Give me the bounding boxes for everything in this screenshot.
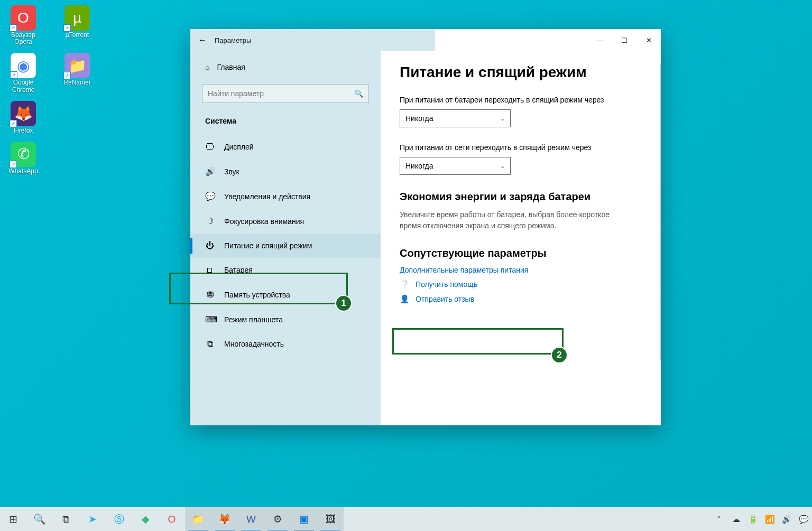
minimize-button[interactable]: ― xyxy=(588,29,612,51)
close-button[interactable]: ✕ xyxy=(636,29,661,51)
tray-battery-icon[interactable]: 🔋 xyxy=(744,507,761,531)
scrollbar[interactable] xyxy=(660,64,661,360)
back-button[interactable]: ← xyxy=(190,35,215,45)
desktop-icon-utorrent[interactable]: µ↗ µTorrent xyxy=(58,5,96,45)
taskbar-explorer[interactable]: 📁 xyxy=(185,507,211,531)
taskbar-app1[interactable]: ▣ xyxy=(291,507,317,531)
taskbar: ⊞ 🔍 ⧉ ➤ Ⓢ ◆ O 📁 🦊 W ⚙ ▣ 🖼 ˄ ☁ 🔋 📶 🔊 💬 xyxy=(0,507,812,531)
settings-window: ← Параметры ― ☐ ✕ ⌂ Главная 🔍 Система 🖵Д… xyxy=(190,29,661,425)
taskbar-telegram[interactable]: ➤ xyxy=(79,507,106,531)
help-icon: ❔ xyxy=(400,280,409,289)
nav-home[interactable]: ⌂ Главная xyxy=(190,58,381,77)
taskbar-wondershare[interactable]: ◆ xyxy=(132,507,159,531)
nav-battery[interactable]: 🗆Батарея xyxy=(190,258,381,282)
start-button[interactable]: ⊞ xyxy=(0,507,26,531)
battery-sleep-label: При питании от батареи переходить в спящ… xyxy=(400,96,642,104)
taskbar-skype[interactable]: Ⓢ xyxy=(106,507,132,531)
task-view[interactable]: ⧉ xyxy=(53,507,79,531)
tray-volume-icon[interactable]: 🔊 xyxy=(778,507,795,531)
content-pane: Питание и спящий режим При питании от ба… xyxy=(381,51,661,425)
desktop-icon-opera[interactable]: O↗ Браузер Opera xyxy=(4,5,42,45)
nav-multitask[interactable]: ⧉Многозадачность xyxy=(190,332,381,356)
multitask-icon: ⧉ xyxy=(205,339,215,349)
maximize-button[interactable]: ☐ xyxy=(612,29,636,51)
feedback-icon: 👤 xyxy=(400,294,409,304)
taskbar-opera[interactable]: O xyxy=(159,507,185,531)
home-icon: ⌂ xyxy=(205,63,209,71)
desktop-icon-whatsapp[interactable]: ✆↗ WhatsApp xyxy=(4,142,42,175)
search-input[interactable] xyxy=(208,89,354,98)
search-box[interactable]: 🔍 xyxy=(202,84,369,103)
link-get-help[interactable]: Получить помощь xyxy=(416,280,477,288)
sidebar: ⌂ Главная 🔍 Система 🖵Дисплей 🔊Звук 💬Увед… xyxy=(190,51,381,425)
power-icon: ⏻ xyxy=(205,241,215,250)
nav-notifications[interactable]: 💬Уведомления и действия xyxy=(190,184,381,209)
tray-cloud-icon[interactable]: ☁ xyxy=(727,507,744,531)
nav-sound[interactable]: 🔊Звук xyxy=(190,159,381,184)
taskbar-search[interactable]: 🔍 xyxy=(26,507,53,531)
display-icon: 🖵 xyxy=(205,142,215,152)
battery-icon: 🗆 xyxy=(205,265,215,275)
taskbar-word[interactable]: W xyxy=(238,507,264,531)
desktop-icon-firefox[interactable]: 🦊↗ Firefox xyxy=(4,101,42,134)
energy-heading: Экономия энергии и заряда батареи xyxy=(400,191,642,203)
link-feedback[interactable]: Отправить отзыв xyxy=(416,295,474,303)
tray-action-center-icon[interactable]: 💬 xyxy=(795,507,812,531)
chevron-down-icon: ⌄ xyxy=(500,163,505,170)
energy-desc: Увеличьте время работы от батареи, выбра… xyxy=(400,209,622,231)
nav-display[interactable]: 🖵Дисплей xyxy=(190,135,381,159)
tray-wifi-icon[interactable]: 📶 xyxy=(761,507,778,531)
system-tray: ˄ ☁ 🔋 📶 🔊 💬 xyxy=(710,507,812,531)
taskbar-photos[interactable]: 🖼 xyxy=(317,507,344,531)
tray-chevron-up-icon[interactable]: ˄ xyxy=(710,507,727,531)
page-heading: Питание и спящий режим xyxy=(400,64,642,81)
storage-icon: ⛃ xyxy=(205,290,215,300)
ac-sleep-label: При питании от сети переходить в спящий … xyxy=(400,143,642,152)
nav-tablet[interactable]: ⌨Режим планшета xyxy=(190,307,381,332)
taskbar-settings[interactable]: ⚙ xyxy=(264,507,291,531)
titlebar: ← Параметры ― ☐ ✕ xyxy=(190,29,661,51)
desktop-icons: O↗ Браузер Opera µ↗ µTorrent ◉↗ Google C… xyxy=(4,5,96,175)
ac-sleep-select[interactable]: Никогда ⌄ xyxy=(400,157,511,175)
notifications-icon: 💬 xyxy=(205,191,215,201)
battery-sleep-select[interactable]: Никогда ⌄ xyxy=(400,109,511,127)
taskbar-firefox[interactable]: 🦊 xyxy=(211,507,238,531)
nav-focus[interactable]: ☽Фокусировка внимания xyxy=(190,209,381,234)
window-title: Параметры xyxy=(215,36,251,44)
section-label: Система xyxy=(190,113,381,135)
related-heading: Сопутствующие параметры xyxy=(400,247,642,259)
nav-storage[interactable]: ⛃Память устройства xyxy=(190,282,381,307)
sound-icon: 🔊 xyxy=(205,166,215,176)
desktop-icon-renamer[interactable]: 📁↗ ReNamer xyxy=(58,53,96,93)
desktop-icon-chrome[interactable]: ◉↗ Google Chrome xyxy=(4,53,42,93)
nav-power[interactable]: ⏻Питание и спящий режим xyxy=(190,234,381,258)
search-icon: 🔍 xyxy=(354,89,363,98)
link-additional-power[interactable]: Дополнительные параметры питания xyxy=(400,266,642,274)
chevron-down-icon: ⌄ xyxy=(500,115,505,122)
tablet-icon: ⌨ xyxy=(205,314,215,324)
focus-icon: ☽ xyxy=(205,216,215,226)
